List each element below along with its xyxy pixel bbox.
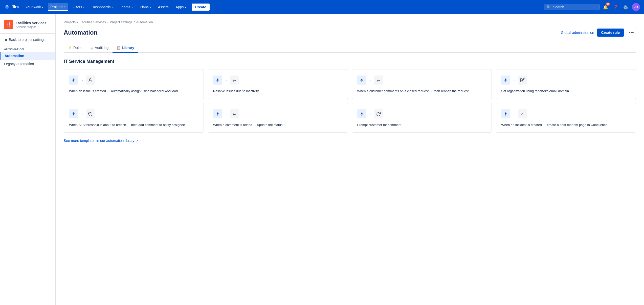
- page-title: Automation: [64, 29, 97, 36]
- see-more-link[interactable]: See more templates in our automation lib…: [64, 139, 138, 143]
- section-title: IT Service Management: [64, 59, 636, 64]
- card-text: When an issue is created → automatically…: [69, 89, 198, 94]
- nav-dashboards[interactable]: Dashboards ▾: [89, 4, 116, 11]
- card-text: When a customer comments on a closed req…: [357, 89, 487, 94]
- breadcrumb-projects[interactable]: Projects: [64, 20, 76, 24]
- jira-logo[interactable]: Jira: [4, 4, 19, 10]
- automation-card-6[interactable]: → When a comment is added → update the s…: [208, 103, 348, 133]
- avatar[interactable]: JD: [632, 3, 640, 11]
- breadcrumb: Projects / Facilities Services / Project…: [64, 20, 636, 24]
- arrow-icon: →: [80, 78, 84, 82]
- card-icons: →: [501, 75, 631, 85]
- automation-card-7[interactable]: → Prompt customer for comment: [352, 103, 492, 133]
- more-options-button[interactable]: •••: [627, 28, 636, 37]
- back-to-settings[interactable]: ◀ Back to project settings: [0, 36, 55, 44]
- arrow-icon: →: [80, 112, 84, 116]
- card-icons: →: [357, 75, 487, 85]
- main-content: Projects / Facilities Services / Project…: [56, 14, 644, 305]
- project-info: Facilities Services Service project: [16, 21, 46, 29]
- breadcrumb-project-settings[interactable]: Project settings: [110, 20, 132, 24]
- card-text: Prompt customer for comment: [357, 122, 487, 128]
- trigger-icon: [501, 75, 510, 85]
- search-icon: 🔍: [547, 5, 551, 9]
- action-icon: [86, 109, 95, 118]
- search-box[interactable]: 🔍: [544, 4, 599, 10]
- card-text: When SLA threshold is about to breach → …: [69, 122, 198, 128]
- trigger-icon: [213, 75, 222, 85]
- sidebar-section-automation: AUTOMATION: [0, 44, 55, 52]
- chevron-icon: ▾: [42, 6, 43, 9]
- action-icon: [374, 109, 383, 118]
- project-type: Service project: [16, 25, 46, 29]
- nav-projects[interactable]: Projects ▾: [48, 3, 68, 11]
- tab-rules[interactable]: ⚡ Rules: [64, 43, 86, 53]
- create-button[interactable]: Create: [192, 4, 210, 11]
- trigger-icon: [357, 75, 366, 85]
- arrow-icon: →: [224, 78, 228, 82]
- sidebar-project: 🍴 Facilities Services Service project: [0, 18, 55, 34]
- sidebar-item-automation[interactable]: Automation: [0, 52, 55, 60]
- help-button[interactable]: ❓: [612, 3, 620, 11]
- action-icon: [374, 75, 383, 85]
- cards-row-2: → When SLA threshold is about to breach …: [64, 103, 636, 133]
- card-icons: →: [69, 109, 198, 118]
- logo-text: Jira: [12, 5, 19, 9]
- automation-card-5[interactable]: → When SLA threshold is about to breach …: [64, 103, 204, 133]
- trigger-icon: [357, 109, 366, 118]
- trigger-icon: [69, 75, 78, 85]
- action-icon: [518, 109, 527, 118]
- create-rule-button[interactable]: Create rule: [597, 29, 624, 37]
- arrow-icon: →: [368, 112, 372, 116]
- card-text: Set organization using reporter's email …: [501, 89, 631, 94]
- sidebar-item-legacy-automation[interactable]: Legacy automation: [0, 60, 55, 68]
- nav-filters[interactable]: Filters ▾: [70, 4, 87, 11]
- layout: 🍴 Facilities Services Service project ◀ …: [0, 14, 644, 305]
- tab-library[interactable]: 📋 Library: [113, 43, 138, 53]
- action-icon: [86, 75, 95, 85]
- breadcrumb-facilities[interactable]: Facilities Services: [80, 20, 106, 24]
- automation-card-8[interactable]: → When an incident is created → create a…: [496, 103, 636, 133]
- library-icon: 📋: [117, 46, 121, 50]
- nav-your-work[interactable]: Your work ▾: [23, 4, 46, 11]
- more-icon: •••: [629, 30, 634, 35]
- nav-right: 🔍 🔔 9+ ❓ ⚙️ JD: [544, 3, 640, 11]
- chevron-icon: ▾: [64, 6, 65, 8]
- search-input[interactable]: [553, 5, 597, 9]
- card-icons: →: [501, 109, 631, 118]
- chevron-icon: ▾: [112, 6, 113, 9]
- cards-row-1: → When an issue is created → automatical…: [64, 69, 636, 99]
- card-text: When an incident is created → create a p…: [501, 122, 631, 128]
- automation-card-1[interactable]: → When an issue is created → automatical…: [64, 69, 204, 99]
- nav-teams[interactable]: Teams ▾: [117, 4, 135, 11]
- tab-audit-log[interactable]: ◎ Audit log: [86, 43, 113, 53]
- tabs: ⚡ Rules ◎ Audit log 📋 Library: [64, 43, 636, 53]
- card-text: When a comment is added → update the sta…: [213, 122, 343, 128]
- card-icons: →: [69, 75, 198, 85]
- trigger-icon: [501, 109, 510, 118]
- nav-apps[interactable]: Apps ▾: [173, 4, 189, 11]
- notifications-button[interactable]: 🔔 9+: [602, 3, 610, 11]
- settings-button[interactable]: ⚙️: [622, 3, 630, 11]
- sidebar: 🍴 Facilities Services Service project ◀ …: [0, 14, 56, 305]
- trigger-icon: [213, 109, 222, 118]
- chevron-icon: ▾: [131, 6, 133, 9]
- back-arrow-icon: ◀: [4, 38, 7, 42]
- trigger-icon: [69, 109, 78, 118]
- svg-point-0: [90, 79, 91, 80]
- page-header: Automation Global administration Create …: [64, 28, 636, 37]
- action-icon: [518, 75, 527, 85]
- project-name: Facilities Services: [16, 21, 46, 25]
- card-text: Resolve issues due to inactivity: [213, 89, 343, 94]
- rules-icon: ⚡: [68, 46, 72, 50]
- action-icon: [230, 109, 239, 118]
- header-actions: Global administration Create rule •••: [561, 28, 636, 37]
- global-administration-link[interactable]: Global administration: [561, 31, 594, 35]
- automation-card-4[interactable]: → Set organization using reporter's emai…: [496, 69, 636, 99]
- card-icons: →: [213, 109, 343, 118]
- automation-card-3[interactable]: → When a customer comments on a closed r…: [352, 69, 492, 99]
- action-icon: [230, 75, 239, 85]
- arrow-icon: →: [224, 112, 228, 116]
- nav-plans[interactable]: Plans ▾: [137, 4, 153, 11]
- automation-card-2[interactable]: → Resolve issues due to inactivity: [208, 69, 348, 99]
- nav-assets[interactable]: Assets: [156, 4, 171, 11]
